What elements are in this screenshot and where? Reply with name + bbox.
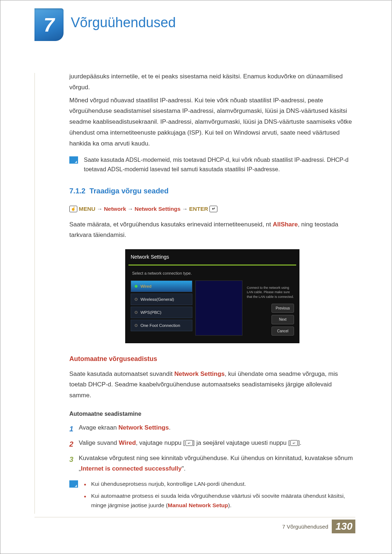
dialog-accent <box>128 264 296 266</box>
step-2: 2 Valige suvand Wired, vajutage nuppu [↵… <box>69 438 355 450</box>
page-footer: 7 Võrguühendused 130 <box>282 520 356 533</box>
intro-paragraph-2: Mõned võrgud nõuavad staatilist IP-aadre… <box>69 95 355 149</box>
enter-icon: ↵ <box>185 440 193 446</box>
section-number: 7.1.2 <box>69 187 85 195</box>
option-one-foot-connection[interactable]: One Foot Connection <box>131 320 192 331</box>
bullet-icon: ● <box>84 479 91 489</box>
intro-paragraph-1: juurdepääsuks internetile, et te ei peak… <box>69 71 355 93</box>
section-heading: 7.1.2 Traadiga võrgu seaded <box>69 185 355 197</box>
page-number: 130 <box>332 520 355 533</box>
step-1: 1 Avage ekraan Network Settings. <box>69 423 355 435</box>
option-wps-pbc[interactable]: WPS(PBC) <box>131 307 192 318</box>
option-wired[interactable]: Wired <box>131 280 192 292</box>
note-text-1: Saate kasutada ADSL-modemeid, mis toetav… <box>84 155 355 174</box>
chapter-number-tab: 7 <box>34 8 64 41</box>
footer-rule <box>34 517 355 517</box>
footer-chapter-label: 7 Võrguühendused <box>282 524 328 530</box>
note-icon <box>69 156 78 164</box>
network-settings-dialog: Network Settings Select a network connec… <box>125 249 299 343</box>
step-3: 3 Kuvatakse võrgutest ning see kinnitab … <box>69 453 355 474</box>
allshare-label: AllShare <box>273 221 298 228</box>
dialog-instruction-text: Connect to the network using LAN cable. … <box>247 286 294 299</box>
manual-page: 7 Võrguühendused juurdepääsuks interneti… <box>0 0 392 554</box>
enter-icon: ↵ <box>290 440 298 446</box>
enter-icon: ↵ <box>209 206 217 212</box>
lead-paragraph: Saate määrata, et võrguühendus kasutaks … <box>69 219 355 241</box>
arrow-icon: → <box>97 204 103 214</box>
cancel-button[interactable]: Cancel <box>271 327 294 336</box>
arrow-icon: → <box>182 204 188 214</box>
chapter-title: Võrguühendused <box>71 15 176 30</box>
auto-paragraph: Saate kasutada automaatset suvandit Netw… <box>69 369 355 401</box>
arrow-icon: → <box>127 204 133 214</box>
dialog-subtitle: Select a network connection type. <box>126 268 299 280</box>
bullet-icon: ● <box>84 491 91 510</box>
bc-menu: MENU <box>79 204 95 214</box>
menu-path: ☝ MENU → Network → Network Settings → EN… <box>69 204 355 214</box>
auto-network-setup-title: Automaatne võrguseadistus <box>69 353 355 365</box>
dialog-title: Network Settings <box>126 250 299 264</box>
note-block-2: ● Kui ühenduseprotsess nurjub, kontrolli… <box>69 479 355 513</box>
note-icon <box>69 480 78 488</box>
next-button[interactable]: Next <box>271 315 294 324</box>
option-wireless-general[interactable]: Wireless(General) <box>131 294 192 305</box>
left-margin-rule <box>34 73 35 514</box>
bc-network-settings: Network Settings <box>135 204 181 214</box>
note2-bullet-1: Kui ühenduseprotsess nurjub, kontrollige… <box>91 479 246 489</box>
menu-hand-icon: ☝ <box>69 206 77 212</box>
note2-bullet-2: Kui automaatne protsess ei suuda leida v… <box>91 491 355 510</box>
auto-config-subtitle: Automaatne seadistamine <box>69 409 355 419</box>
section-title: Traadiga võrgu seaded <box>90 187 169 195</box>
bc-enter: ENTER <box>189 204 208 214</box>
note-block-1: Saate kasutada ADSL-modemeid, mis toetav… <box>69 155 355 174</box>
bc-network: Network <box>104 204 126 214</box>
dialog-illustration-panel <box>195 280 242 336</box>
previous-button[interactable]: Previous <box>271 304 294 313</box>
